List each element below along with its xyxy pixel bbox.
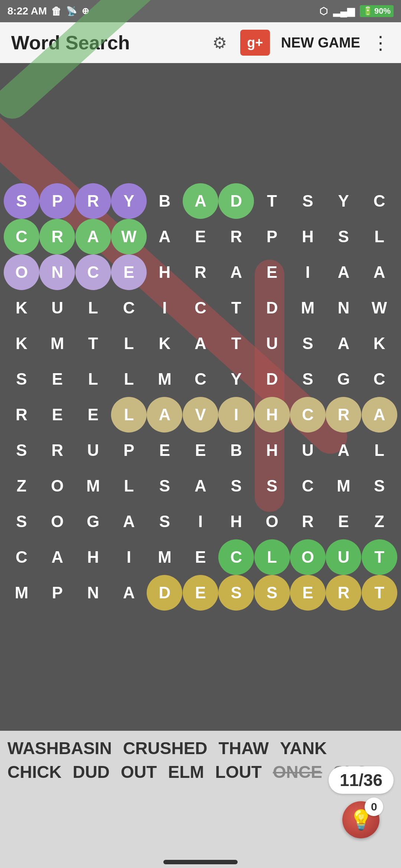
cell-1-6[interactable]: R xyxy=(218,219,254,254)
cell-9-5[interactable]: I xyxy=(183,504,218,539)
cell-9-4[interactable]: S xyxy=(147,504,182,539)
cell-8-9[interactable]: M xyxy=(326,468,361,504)
cell-3-8[interactable]: M xyxy=(290,290,326,326)
cell-1-9[interactable]: S xyxy=(326,219,361,254)
cell-10-5[interactable]: E xyxy=(183,539,218,575)
cell-4-8[interactable]: S xyxy=(290,326,326,361)
cell-11-9[interactable]: R xyxy=(326,575,361,611)
cell-10-6[interactable]: C xyxy=(218,539,254,575)
cell-5-2[interactable]: L xyxy=(75,361,111,397)
cell-4-0[interactable]: K xyxy=(4,326,39,361)
cell-0-4[interactable]: B xyxy=(147,183,182,219)
cell-6-10[interactable]: A xyxy=(362,397,397,433)
cell-3-0[interactable]: K xyxy=(4,290,39,326)
cell-1-0[interactable]: C xyxy=(4,219,39,254)
cell-9-3[interactable]: A xyxy=(111,504,147,539)
cell-2-2[interactable]: C xyxy=(75,254,111,290)
cell-10-3[interactable]: I xyxy=(111,539,147,575)
cell-4-10[interactable]: K xyxy=(362,326,397,361)
cell-6-1[interactable]: E xyxy=(39,397,75,433)
cell-10-4[interactable]: M xyxy=(147,539,182,575)
cell-7-8[interactable]: U xyxy=(290,433,326,468)
cell-4-3[interactable]: L xyxy=(111,326,147,361)
cell-1-8[interactable]: H xyxy=(290,219,326,254)
cell-1-10[interactable]: L xyxy=(362,219,397,254)
cell-6-3[interactable]: L xyxy=(111,397,147,433)
cell-3-5[interactable]: C xyxy=(183,290,218,326)
cell-5-10[interactable]: C xyxy=(362,361,397,397)
cell-0-0[interactable]: S xyxy=(4,183,39,219)
cell-6-0[interactable]: R xyxy=(4,397,39,433)
cell-11-1[interactable]: P xyxy=(39,575,75,611)
cell-0-1[interactable]: P xyxy=(39,183,75,219)
cell-11-8[interactable]: E xyxy=(290,575,326,611)
cell-2-6[interactable]: A xyxy=(218,254,254,290)
cell-9-0[interactable]: S xyxy=(4,504,39,539)
cell-9-8[interactable]: R xyxy=(290,504,326,539)
cell-4-9[interactable]: A xyxy=(326,326,361,361)
cell-6-5[interactable]: V xyxy=(183,397,218,433)
cell-8-6[interactable]: S xyxy=(218,468,254,504)
cell-9-2[interactable]: G xyxy=(75,504,111,539)
cell-7-9[interactable]: A xyxy=(326,433,361,468)
cell-8-2[interactable]: M xyxy=(75,468,111,504)
cell-0-6[interactable]: D xyxy=(218,183,254,219)
cell-1-4[interactable]: A xyxy=(147,219,182,254)
cell-8-3[interactable]: L xyxy=(111,468,147,504)
cell-3-1[interactable]: U xyxy=(39,290,75,326)
settings-button[interactable]: ⚙ xyxy=(207,30,233,56)
cell-11-4[interactable]: D xyxy=(147,575,182,611)
cell-2-4[interactable]: H xyxy=(147,254,182,290)
cell-0-9[interactable]: Y xyxy=(326,183,361,219)
cell-7-6[interactable]: B xyxy=(218,433,254,468)
google-plus-button[interactable]: g+ xyxy=(240,30,270,56)
cell-5-1[interactable]: E xyxy=(39,361,75,397)
cell-1-5[interactable]: E xyxy=(183,219,218,254)
cell-0-7[interactable]: T xyxy=(254,183,290,219)
cell-8-1[interactable]: O xyxy=(39,468,75,504)
cell-4-7[interactable]: U xyxy=(254,326,290,361)
cell-4-5[interactable]: A xyxy=(183,326,218,361)
cell-2-0[interactable]: O xyxy=(4,254,39,290)
more-options-button[interactable]: ⋮ xyxy=(371,32,390,53)
cell-8-4[interactable]: S xyxy=(147,468,182,504)
cell-3-7[interactable]: D xyxy=(254,290,290,326)
cell-5-4[interactable]: M xyxy=(147,361,182,397)
cell-2-3[interactable]: E xyxy=(111,254,147,290)
cell-9-1[interactable]: O xyxy=(39,504,75,539)
cell-5-6[interactable]: Y xyxy=(218,361,254,397)
cell-9-9[interactable]: E xyxy=(326,504,361,539)
cell-11-2[interactable]: N xyxy=(75,575,111,611)
cell-0-3[interactable]: Y xyxy=(111,183,147,219)
cell-5-9[interactable]: G xyxy=(326,361,361,397)
cell-9-6[interactable]: H xyxy=(218,504,254,539)
cell-10-7[interactable]: L xyxy=(254,539,290,575)
cell-3-9[interactable]: N xyxy=(326,290,361,326)
cell-0-8[interactable]: S xyxy=(290,183,326,219)
cell-10-1[interactable]: A xyxy=(39,539,75,575)
cell-6-9[interactable]: R xyxy=(326,397,361,433)
cell-0-10[interactable]: C xyxy=(362,183,397,219)
cell-8-10[interactable]: S xyxy=(362,468,397,504)
cell-1-3[interactable]: W xyxy=(111,219,147,254)
cell-6-8[interactable]: C xyxy=(290,397,326,433)
cell-7-0[interactable]: S xyxy=(4,433,39,468)
cell-4-2[interactable]: T xyxy=(75,326,111,361)
cell-5-5[interactable]: C xyxy=(183,361,218,397)
cell-2-1[interactable]: N xyxy=(39,254,75,290)
new-game-button[interactable]: NEW GAME xyxy=(277,35,364,51)
cell-8-5[interactable]: A xyxy=(183,468,218,504)
cell-11-3[interactable]: A xyxy=(111,575,147,611)
cell-1-2[interactable]: A xyxy=(75,219,111,254)
cell-8-7[interactable]: S xyxy=(254,468,290,504)
cell-2-5[interactable]: R xyxy=(183,254,218,290)
cell-7-7[interactable]: H xyxy=(254,433,290,468)
cell-11-5[interactable]: E xyxy=(183,575,218,611)
cell-8-8[interactable]: C xyxy=(290,468,326,504)
cell-5-8[interactable]: S xyxy=(290,361,326,397)
cell-7-4[interactable]: E xyxy=(147,433,182,468)
cell-2-10[interactable]: A xyxy=(362,254,397,290)
cell-10-10[interactable]: T xyxy=(362,539,397,575)
cell-8-0[interactable]: Z xyxy=(4,468,39,504)
cell-3-2[interactable]: L xyxy=(75,290,111,326)
